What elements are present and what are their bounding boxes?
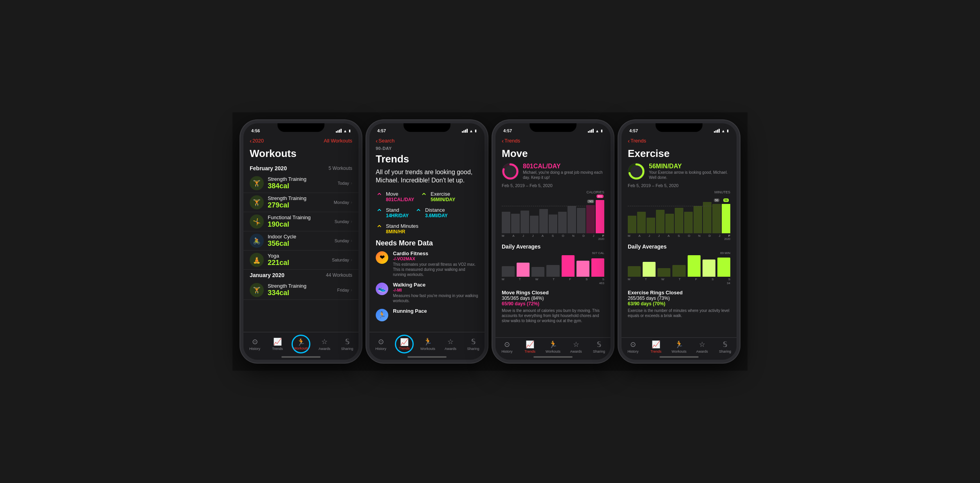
phone-exercise: 4:57 ▲ ▮ ‹ Trends Exercise xyxy=(618,120,740,363)
chart-area-move: CALORIES 745 xyxy=(502,190,604,241)
tab-active-circle-2: 📈 Trends xyxy=(395,335,414,353)
tab-bar-4: ⊙ History 📈 Trends 🏃 Workouts ☆ Awards 𝕊… xyxy=(622,337,737,360)
back-button-2[interactable]: ‹ Search xyxy=(376,137,395,144)
wifi-icon-1: ▲ xyxy=(343,129,347,133)
section-header-jan: January 2020 44 Workouts xyxy=(243,270,358,281)
tab-history-1[interactable]: ⊙ History xyxy=(246,337,263,351)
status-icons-4: ▲ ▮ xyxy=(714,129,729,133)
metric-ring-move xyxy=(502,163,519,180)
tab-sharing-4[interactable]: 𝕊 Sharing xyxy=(717,340,734,353)
daily-avg-exercise: Daily Averages 69 MIN xyxy=(622,241,737,287)
metric-date-range-exercise: Feb 5, 2019 – Feb 5, 2020 xyxy=(622,183,737,190)
phone-move: 4:57 ▲ ▮ ‹ Trends Move xyxy=(492,120,614,363)
status-icons-1: ▲ ▮ xyxy=(336,129,351,133)
needs-item-cardio[interactable]: ❤ Cardio Fitness -/-VO2MAX This estimate… xyxy=(376,251,478,277)
workout-icon-circle: 🚴 xyxy=(250,234,264,248)
tab-trends-2[interactable]: 📈 Trends xyxy=(395,335,414,353)
trend-item-standmin[interactable]: ⌃ Stand Minutes 8MIN/HR xyxy=(376,223,418,234)
trend-item-exercise[interactable]: ⌃ Exercise 56MIN/DAY xyxy=(420,191,455,202)
workout-details: Strength Training 279cal xyxy=(268,195,334,209)
tab-trends-3[interactable]: 📈 Trends xyxy=(521,340,539,353)
workouts-list: February 2020 5 Workouts 🏋 Strength Trai… xyxy=(243,163,358,332)
workout-details: Yoga 221cal xyxy=(268,253,332,267)
tab-sharing-2[interactable]: 𝕊 Sharing xyxy=(465,337,482,351)
tab-bar-2: ⊙ History 📈 Trends 🏃 Workouts ☆ Awards 𝕊… xyxy=(369,332,485,360)
tab-awards-1[interactable]: ☆ Awards xyxy=(316,337,333,351)
page-title-4: Exercise xyxy=(622,146,737,163)
phone-trends: 4:57 ▲ ▮ ‹ Search 90-DAY Trends xyxy=(366,120,488,363)
trends-content: All of your trends are looking good, Mic… xyxy=(369,168,485,332)
metric-ring-exercise xyxy=(628,163,645,180)
tab-history-2[interactable]: ⊙ History xyxy=(372,337,389,351)
tab-sharing-1[interactable]: 𝕊 Sharing xyxy=(339,337,356,351)
trend-row-3: ⌃ Stand Minutes 8MIN/HR xyxy=(376,223,478,234)
screen-content-2: 90-DAY Trends All of your trends are loo… xyxy=(369,146,485,332)
tab-workouts-3[interactable]: 🏃 Workouts xyxy=(544,340,562,353)
nav-right-1[interactable]: All Workouts xyxy=(324,138,352,144)
back-button-4[interactable]: ‹ Trends xyxy=(628,137,646,144)
screen-content-1: Workouts February 2020 5 Workouts 🏋 Stre… xyxy=(243,146,358,332)
tab-trends-4[interactable]: 📈 Trends xyxy=(647,340,665,353)
workout-item[interactable]: 🤸 Functional Training 190cal Sunday › xyxy=(243,212,358,231)
page-title-3: Move xyxy=(495,146,611,163)
tab-workouts-4[interactable]: 🏃 Workouts xyxy=(670,340,688,353)
trend-item-distance[interactable]: ⌃ Distance 3.6MI/DAY xyxy=(415,207,448,218)
tab-workouts-1[interactable]: 🏃 Workouts xyxy=(292,335,310,353)
status-icons-3: ▲ ▮ xyxy=(588,129,603,133)
workout-item[interactable]: 🏋 Strength Training 384cal Today › xyxy=(243,174,358,193)
workout-icon-circle: 🏋 xyxy=(250,195,264,209)
workout-item[interactable]: 🏋 Strength Training 279cal Monday › xyxy=(243,193,358,212)
status-bar-3: 4:57 ▲ ▮ xyxy=(495,123,611,135)
trend-item-stand[interactable]: ⌃ Stand 14HR/DAY xyxy=(376,207,409,218)
workout-icon-circle: 🤸 xyxy=(250,214,264,229)
needs-item-running[interactable]: 🏃 Running Pace xyxy=(376,308,478,321)
signal-bars-1 xyxy=(336,129,342,133)
workout-details: Strength Training 384cal xyxy=(268,176,338,190)
tab-history-3[interactable]: ⊙ History xyxy=(498,340,515,353)
metric-header-exercise: 56MIN/DAY Your Exercise arrow is looking… xyxy=(622,163,737,183)
tab-bar-1: ⊙ History 📈 Trends 🏃 Workouts ☆ Awards 𝕊… xyxy=(243,332,358,360)
nav-bar-2: ‹ Search xyxy=(369,135,485,146)
tab-awards-2[interactable]: ☆ Awards xyxy=(442,337,459,351)
metric-header-move: 801CAL/DAY Michael, you're doing a great… xyxy=(495,163,611,183)
section-header-feb: February 2020 5 Workouts xyxy=(243,163,358,174)
status-time-1: 4:56 xyxy=(251,128,260,133)
tab-awards-4[interactable]: ☆ Awards xyxy=(694,340,711,353)
nav-bar-4: ‹ Trends xyxy=(622,135,737,146)
phones-container: 4:56 ▲ ▮ ‹ 2020 All Workouts Workouts xyxy=(232,112,748,371)
status-icons-2: ▲ ▮ xyxy=(462,129,477,133)
trend-item-move[interactable]: ⌃ Move 801CAL/DAY xyxy=(376,191,414,202)
tab-sharing-3[interactable]: 𝕊 Sharing xyxy=(591,340,608,353)
nav-bar-3: ‹ Trends xyxy=(495,135,611,146)
workout-icon-circle: 🧘 xyxy=(250,253,264,267)
battery-icon-2: ▮ xyxy=(475,129,477,133)
needs-item-walking[interactable]: 👟 Walking Pace -/-MI Measures how fast y… xyxy=(376,282,478,303)
workout-details: Indoor Cycle 356cal xyxy=(268,234,335,248)
home-indicator-2 xyxy=(407,356,447,358)
phone-workouts: 4:56 ▲ ▮ ‹ 2020 All Workouts Workouts xyxy=(240,120,362,363)
tab-trends-1[interactable]: 📈 Trends xyxy=(269,337,286,351)
tab-awards-3[interactable]: ☆ Awards xyxy=(567,340,585,353)
tab-history-4[interactable]: ⊙ History xyxy=(624,340,641,353)
back-button-3[interactable]: ‹ Trends xyxy=(502,137,520,144)
trends-intro: All of your trends are looking good, Mic… xyxy=(376,168,478,185)
home-indicator-3 xyxy=(533,356,573,358)
page-subtitle-2: 90-DAY xyxy=(369,146,485,151)
nav-bar-1: ‹ 2020 All Workouts xyxy=(243,135,358,146)
tab-workouts-2[interactable]: 🏃 Workouts xyxy=(419,337,436,351)
status-time-3: 4:57 xyxy=(503,128,512,133)
status-time-2: 4:57 xyxy=(377,128,386,133)
page-title-2: Trends xyxy=(369,151,485,168)
back-button-1[interactable]: ‹ 2020 xyxy=(250,137,264,144)
workout-details: Functional Training 190cal xyxy=(268,214,335,229)
status-bar-2: 4:57 ▲ ▮ xyxy=(369,123,485,135)
section-title-feb: February 2020 xyxy=(250,165,287,171)
workout-item[interactable]: 🚴 Indoor Cycle 356cal Sunday › xyxy=(243,231,358,251)
status-bar-1: 4:56 ▲ ▮ xyxy=(243,123,358,135)
status-bar-4: 4:57 ▲ ▮ xyxy=(622,123,737,135)
workout-item[interactable]: 🏋 Strength Training 334cal Friday › xyxy=(243,281,358,300)
tab-active-circle-1: 🏃 Workouts xyxy=(292,335,310,353)
workout-item[interactable]: 🧘 Yoga 221cal Saturday › xyxy=(243,251,358,270)
metric-date-range-move: Feb 5, 2019 – Feb 5, 2020 xyxy=(495,183,611,190)
needs-more-header: Needs More Data xyxy=(376,239,478,247)
